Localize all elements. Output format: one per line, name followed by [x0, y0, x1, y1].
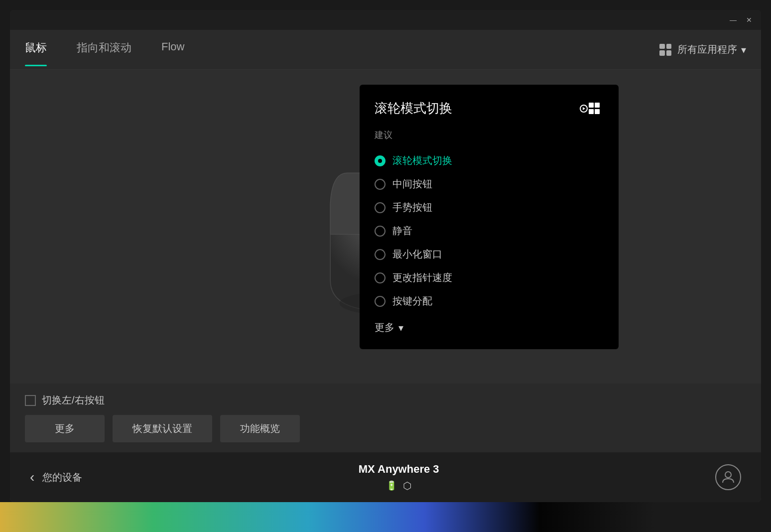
battery-icon: 🔋 [386, 480, 397, 491]
tab-pointing[interactable]: 指向和滚动 [77, 40, 131, 59]
bottom-controls: 切换左/右按钮 更多 恢复默认设置 功能概览 [10, 384, 761, 452]
dropdown-title: 滚轮模式切换 [375, 100, 452, 117]
app-selector[interactable]: 所有应用程序 ▾ [677, 43, 746, 56]
label-middle-btn: 中间按钮 [392, 177, 432, 191]
svg-rect-12 [589, 103, 594, 108]
back-label: 您的设备 [42, 471, 82, 484]
more-link-label: 更多 [375, 321, 394, 334]
radio-change-speed[interactable] [375, 272, 386, 283]
option-change-speed[interactable]: 更改指针速度 [375, 266, 604, 289]
radio-gesture-btn[interactable] [375, 202, 386, 213]
switch-checkbox[interactable] [25, 395, 36, 406]
dropdown-header: 滚轮模式切换 [375, 100, 604, 117]
option-middle-btn[interactable]: 中间按钮 [375, 172, 604, 196]
label-minimize: 最小化窗口 [392, 248, 442, 261]
device-info: MX Anywhere 3 🔋 ⬡ [359, 463, 439, 492]
back-arrow-icon: ‹ [30, 469, 34, 485]
tab-right: 所有应用程序 ▾ [659, 43, 746, 56]
svg-rect-13 [595, 103, 600, 108]
dropdown-panel: 滚轮模式切换 建议 [360, 85, 619, 349]
section-label: 建议 [375, 129, 604, 141]
label-gesture-btn: 手势按钮 [392, 201, 432, 214]
radio-wheel-mode[interactable] [375, 155, 386, 166]
device-name: MX Anywhere 3 [359, 463, 439, 476]
option-minimize[interactable]: 最小化窗口 [375, 243, 604, 266]
tab-flow[interactable]: Flow [161, 40, 184, 59]
label-mute: 静音 [392, 224, 412, 238]
more-link[interactable]: 更多 ▾ [375, 321, 604, 334]
tab-mouse[interactable]: 鼠标 [25, 40, 47, 59]
overview-button[interactable]: 功能概览 [220, 415, 300, 442]
app-selector-label: 所有应用程序 [677, 43, 737, 56]
svg-point-16 [725, 472, 731, 478]
label-key-assign: 按键分配 [392, 294, 432, 308]
back-nav[interactable]: ‹ 您的设备 [30, 469, 82, 485]
tab-bar: 鼠标 指向和滚动 Flow 所有应用程序 ▾ [10, 30, 761, 70]
label-change-speed: 更改指针速度 [392, 271, 452, 284]
reset-button[interactable]: 恢复默认设置 [113, 415, 212, 442]
action-icon [580, 101, 604, 116]
grid-icon[interactable] [659, 44, 671, 56]
device-icons: 🔋 ⬡ [386, 480, 411, 492]
rainbow-bar [0, 502, 771, 532]
user-icon [721, 470, 736, 485]
more-button[interactable]: 更多 [25, 415, 105, 442]
option-mute[interactable]: 静音 [375, 219, 604, 243]
radio-key-assign[interactable] [375, 296, 386, 307]
bluetooth-icon: ⬡ [403, 480, 411, 492]
option-gesture-btn[interactable]: 手势按钮 [375, 196, 604, 219]
close-button[interactable]: ✕ [745, 16, 753, 24]
main-window: — ✕ 鼠标 指向和滚动 Flow 所有应用程序 ▾ [10, 10, 761, 502]
chevron-down-icon: ▾ [741, 44, 746, 56]
title-bar-buttons: — ✕ [729, 16, 753, 24]
minimize-button[interactable]: — [729, 16, 737, 24]
radio-mute[interactable] [375, 226, 386, 237]
option-key-assign[interactable]: 按键分配 [375, 289, 604, 313]
profile-button[interactable] [715, 464, 741, 490]
radio-minimize[interactable] [375, 249, 386, 260]
content-area: logi 滚轮模式切换 [10, 70, 761, 502]
switch-label: 切换左/右按钮 [42, 394, 105, 407]
switch-row: 切换左/右按钮 [25, 394, 746, 407]
option-wheel-mode[interactable]: 滚轮模式切换 [375, 149, 604, 172]
svg-rect-15 [595, 109, 600, 114]
svg-rect-14 [589, 109, 594, 114]
button-row: 更多 恢复默认设置 功能概览 [25, 415, 746, 442]
chevron-down-icon: ▾ [398, 322, 403, 334]
title-bar: — ✕ [10, 10, 761, 30]
dropdown-icon-area [580, 101, 604, 116]
tabs: 鼠标 指向和滚动 Flow [25, 40, 659, 59]
footer: ‹ 您的设备 MX Anywhere 3 🔋 ⬡ [10, 452, 761, 502]
svg-marker-11 [583, 107, 585, 110]
radio-middle-btn[interactable] [375, 179, 386, 190]
label-wheel-mode: 滚轮模式切换 [392, 154, 452, 167]
main-area: logi 滚轮模式切换 [10, 70, 761, 384]
